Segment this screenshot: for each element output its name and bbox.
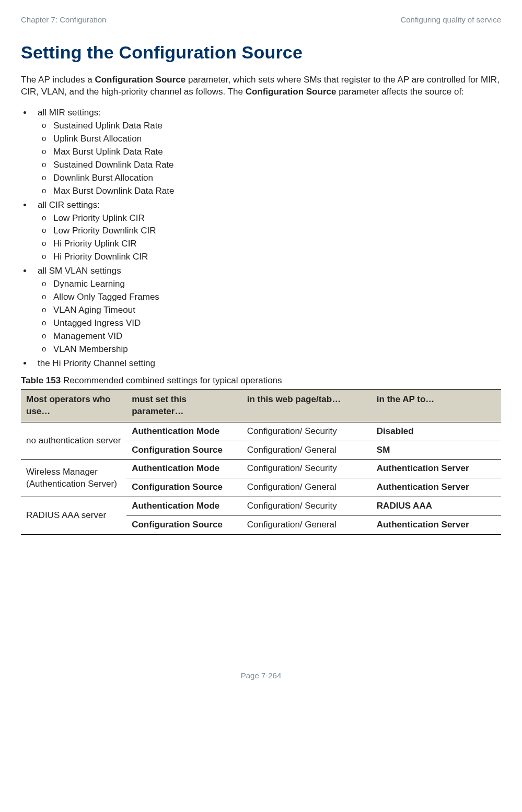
cell-page: Configuration/ Security: [242, 422, 372, 441]
sub-item: Dynamic Learning: [53, 278, 501, 290]
bullet-item: all MIR settings: Sustained Uplink Data …: [32, 107, 501, 197]
table-row: RADIUS AAA server Authentication Mode Co…: [21, 497, 501, 516]
page-footer: Page 7-264: [21, 670, 501, 681]
sub-item: Sustained Downlink Data Rate: [53, 159, 501, 171]
page-title: Setting the Configuration Source: [21, 41, 501, 65]
bullet-item: all SM VLAN settings Dynamic Learning Al…: [32, 265, 501, 356]
intro-bold-2: Configuration Source: [246, 87, 337, 97]
cell-param: Configuration Source: [126, 516, 242, 535]
header-right: Configuring quality of service: [400, 15, 501, 25]
cell-param: Configuration Source: [126, 478, 242, 497]
table-caption: Table 153 Recommended combined settings …: [21, 375, 501, 387]
sub-item: Hi Priority Downlink CIR: [53, 251, 501, 263]
intro-text: The AP includes a: [21, 75, 95, 85]
row-group: RADIUS AAA server: [21, 497, 126, 535]
cell-val: Authentication Server: [372, 478, 501, 497]
cell-val: SM: [372, 441, 501, 460]
sub-item: Sustained Uplink Data Rate: [53, 120, 501, 132]
cell-page: Configuration/ Security: [242, 460, 372, 478]
settings-table: Most operators who use… must set this pa…: [21, 389, 501, 535]
sub-list: Dynamic Learning Allow Only Tagged Frame…: [38, 278, 501, 356]
bullet-text: the Hi Priority Channel setting: [38, 358, 155, 368]
header-left: Chapter 7: Configuration: [21, 15, 106, 25]
cell-val: RADIUS AAA: [372, 497, 501, 516]
cell-param: Authentication Mode: [126, 497, 242, 516]
col-header: in this web page/tab…: [242, 389, 372, 422]
col-header: Most operators who use…: [21, 389, 126, 422]
cell-val: Authentication Server: [372, 460, 501, 478]
table-label: Table 153: [21, 375, 61, 385]
bullet-list: all MIR settings: Sustained Uplink Data …: [21, 107, 501, 370]
table-row: no authentication server Authentication …: [21, 422, 501, 441]
cell-page: Configuration/ General: [242, 516, 372, 535]
intro-text-3: parameter affects the source of:: [336, 87, 463, 97]
bullet-text: all CIR settings:: [38, 200, 100, 210]
sub-list: Low Priority Uplink CIR Low Priority Dow…: [38, 213, 501, 264]
sub-item: VLAN Membership: [53, 344, 501, 356]
sub-item: Low Priority Downlink CIR: [53, 225, 501, 237]
col-header: in the AP to…: [372, 389, 501, 422]
bullet-item: the Hi Priority Channel setting: [32, 358, 501, 370]
cell-param: Authentication Mode: [126, 422, 242, 441]
cell-page: Configuration/ General: [242, 441, 372, 460]
page-header: Chapter 7: Configuration Configuring qua…: [21, 15, 501, 25]
sub-item: Max Burst Downlink Data Rate: [53, 185, 501, 197]
row-group: no authentication server: [21, 422, 126, 460]
cell-param: Authentication Mode: [126, 460, 242, 478]
sub-item: Max Burst Uplink Data Rate: [53, 146, 501, 158]
col-header: must set this parameter…: [126, 389, 242, 422]
row-group: Wireless Manager (Authentication Server): [21, 460, 126, 497]
cell-page: Configuration/ Security: [242, 497, 372, 516]
sub-item: Management VID: [53, 331, 501, 343]
sub-item: Hi Priority Uplink CIR: [53, 238, 501, 250]
sub-item: VLAN Aging Timeout: [53, 304, 501, 316]
sub-item: Allow Only Tagged Frames: [53, 291, 501, 303]
sub-item: Uplink Burst Allocation: [53, 133, 501, 145]
intro-paragraph: The AP includes a Configuration Source p…: [21, 74, 501, 98]
bullet-item: all CIR settings: Low Priority Uplink CI…: [32, 199, 501, 264]
sub-item: Low Priority Uplink CIR: [53, 213, 501, 225]
cell-page: Configuration/ General: [242, 478, 372, 497]
sub-list: Sustained Uplink Data Rate Uplink Burst …: [38, 120, 501, 197]
sub-item: Downlink Burst Allocation: [53, 172, 501, 184]
cell-param: Configuration Source: [126, 441, 242, 460]
bullet-text: all MIR settings:: [38, 108, 101, 117]
cell-val: Authentication Server: [372, 516, 501, 535]
sub-item: Untagged Ingress VID: [53, 317, 501, 329]
intro-bold-1: Configuration Source: [95, 75, 185, 85]
table-header-row: Most operators who use… must set this pa…: [21, 389, 501, 422]
bullet-text: all SM VLAN settings: [38, 266, 121, 276]
table-caption-text: Recommended combined settings for typica…: [61, 375, 282, 385]
table-row: Wireless Manager (Authentication Server)…: [21, 460, 501, 478]
cell-val: Disabled: [372, 422, 501, 441]
